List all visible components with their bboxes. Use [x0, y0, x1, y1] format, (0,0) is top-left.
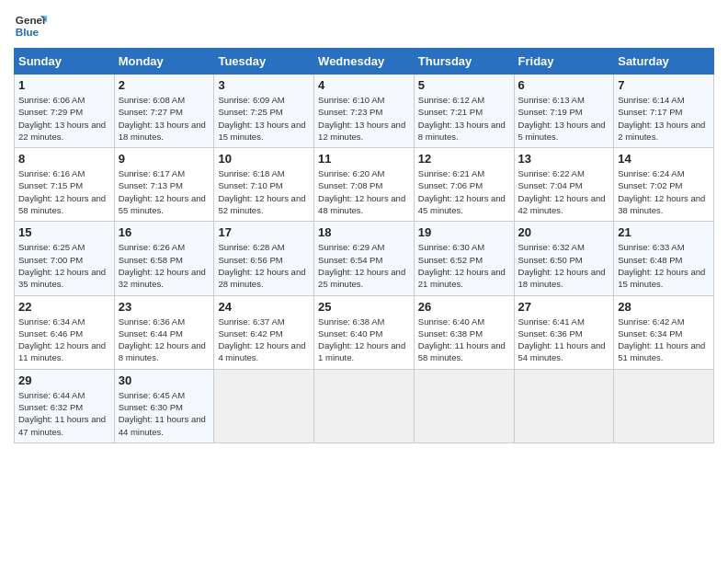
- calendar-table: SundayMondayTuesdayWednesdayThursdayFrid…: [14, 48, 714, 443]
- day-number: 17: [218, 225, 310, 239]
- calendar-cell: 27 Sunrise: 6:41 AMSunset: 6:36 PMDaylig…: [514, 295, 614, 369]
- day-number: 25: [318, 300, 410, 314]
- day-info: Sunrise: 6:14 AMSunset: 7:17 PMDaylight:…: [618, 94, 710, 143]
- logo-icon: General Blue: [14, 9, 47, 42]
- calendar-cell: 23 Sunrise: 6:36 AMSunset: 6:44 PMDaylig…: [114, 295, 214, 369]
- day-info: Sunrise: 6:38 AMSunset: 6:40 PMDaylight:…: [318, 316, 410, 364]
- logo: General Blue: [14, 9, 47, 42]
- day-number: 27: [518, 300, 610, 314]
- calendar-cell: 15 Sunrise: 6:25 AMSunset: 7:00 PMDaylig…: [15, 222, 115, 295]
- calendar-cell: 2 Sunrise: 6:08 AMSunset: 7:27 PMDayligh…: [114, 75, 214, 148]
- day-info: Sunrise: 6:37 AMSunset: 6:42 PMDaylight:…: [218, 316, 310, 364]
- day-info: Sunrise: 6:20 AMSunset: 7:08 PMDaylight:…: [318, 167, 410, 216]
- calendar-header-monday: Monday: [114, 49, 214, 75]
- day-info: Sunrise: 6:06 AMSunset: 7:29 PMDaylight:…: [18, 94, 110, 143]
- calendar-cell: 19 Sunrise: 6:30 AMSunset: 6:52 PMDaylig…: [414, 222, 514, 295]
- calendar-cell: 11 Sunrise: 6:20 AMSunset: 7:08 PMDaylig…: [314, 148, 415, 222]
- calendar-week-4: 22 Sunrise: 6:34 AMSunset: 6:46 PMDaylig…: [15, 295, 714, 369]
- day-number: 22: [18, 300, 110, 314]
- day-info: Sunrise: 6:42 AMSunset: 6:34 PMDaylight:…: [618, 316, 710, 364]
- day-number: 7: [618, 78, 710, 92]
- calendar-cell: 8 Sunrise: 6:16 AMSunset: 7:15 PMDayligh…: [15, 148, 115, 222]
- day-info: Sunrise: 6:26 AMSunset: 6:58 PMDaylight:…: [119, 241, 210, 290]
- page-header: General Blue: [14, 9, 714, 42]
- day-info: Sunrise: 6:34 AMSunset: 6:46 PMDaylight:…: [18, 316, 110, 364]
- calendar-cell: 30 Sunrise: 6:45 AMSunset: 6:30 PMDaylig…: [114, 369, 214, 442]
- calendar-header-thursday: Thursday: [414, 49, 514, 75]
- day-info: Sunrise: 6:36 AMSunset: 6:44 PMDaylight:…: [119, 316, 210, 364]
- day-info: Sunrise: 6:21 AMSunset: 7:06 PMDaylight:…: [418, 167, 510, 216]
- calendar-week-1: 1 Sunrise: 6:06 AMSunset: 7:29 PMDayligh…: [15, 75, 714, 148]
- day-info: Sunrise: 6:44 AMSunset: 6:32 PMDaylight:…: [18, 389, 110, 438]
- calendar-cell: [614, 369, 714, 442]
- calendar-cell: 17 Sunrise: 6:28 AMSunset: 6:56 PMDaylig…: [214, 222, 314, 295]
- calendar-cell: 21 Sunrise: 6:33 AMSunset: 6:48 PMDaylig…: [614, 222, 714, 295]
- day-number: 23: [119, 300, 210, 314]
- calendar-cell: 28 Sunrise: 6:42 AMSunset: 6:34 PMDaylig…: [614, 295, 714, 369]
- calendar-header-wednesday: Wednesday: [314, 49, 415, 75]
- day-info: Sunrise: 6:33 AMSunset: 6:48 PMDaylight:…: [618, 241, 710, 290]
- calendar-week-3: 15 Sunrise: 6:25 AMSunset: 7:00 PMDaylig…: [15, 222, 714, 295]
- day-number: 6: [518, 78, 610, 92]
- day-info: Sunrise: 6:17 AMSunset: 7:13 PMDaylight:…: [119, 167, 210, 216]
- calendar-cell: 18 Sunrise: 6:29 AMSunset: 6:54 PMDaylig…: [314, 222, 415, 295]
- calendar-cell: 7 Sunrise: 6:14 AMSunset: 7:17 PMDayligh…: [614, 75, 714, 148]
- day-info: Sunrise: 6:13 AMSunset: 7:19 PMDaylight:…: [518, 94, 610, 143]
- calendar-header-sunday: Sunday: [15, 49, 115, 75]
- calendar-cell: 20 Sunrise: 6:32 AMSunset: 6:50 PMDaylig…: [514, 222, 614, 295]
- calendar-cell: 13 Sunrise: 6:22 AMSunset: 7:04 PMDaylig…: [514, 148, 614, 222]
- calendar-cell: 10 Sunrise: 6:18 AMSunset: 7:10 PMDaylig…: [214, 148, 314, 222]
- day-number: 30: [119, 373, 210, 387]
- day-number: 3: [218, 78, 310, 92]
- day-info: Sunrise: 6:18 AMSunset: 7:10 PMDaylight:…: [218, 167, 310, 216]
- day-info: Sunrise: 6:25 AMSunset: 7:00 PMDaylight:…: [18, 241, 110, 290]
- calendar-header-row: SundayMondayTuesdayWednesdayThursdayFrid…: [15, 49, 714, 75]
- calendar-header-saturday: Saturday: [614, 49, 714, 75]
- day-number: 21: [618, 225, 710, 239]
- day-number: 20: [518, 225, 610, 239]
- day-number: 1: [18, 78, 110, 92]
- day-number: 5: [418, 78, 510, 92]
- day-info: Sunrise: 6:16 AMSunset: 7:15 PMDaylight:…: [18, 167, 110, 216]
- day-info: Sunrise: 6:40 AMSunset: 6:38 PMDaylight:…: [418, 316, 510, 364]
- calendar-body: 1 Sunrise: 6:06 AMSunset: 7:29 PMDayligh…: [15, 75, 714, 443]
- day-number: 18: [318, 225, 410, 239]
- calendar-cell: 5 Sunrise: 6:12 AMSunset: 7:21 PMDayligh…: [414, 75, 514, 148]
- day-info: Sunrise: 6:24 AMSunset: 7:02 PMDaylight:…: [618, 167, 710, 216]
- day-info: Sunrise: 6:08 AMSunset: 7:27 PMDaylight:…: [119, 94, 210, 143]
- calendar-cell: 14 Sunrise: 6:24 AMSunset: 7:02 PMDaylig…: [614, 148, 714, 222]
- calendar-header-friday: Friday: [514, 49, 614, 75]
- calendar-cell: [414, 369, 514, 442]
- svg-text:Blue: Blue: [16, 26, 40, 38]
- day-number: 15: [18, 225, 110, 239]
- calendar-cell: 6 Sunrise: 6:13 AMSunset: 7:19 PMDayligh…: [514, 75, 614, 148]
- day-info: Sunrise: 6:22 AMSunset: 7:04 PMDaylight:…: [518, 167, 610, 216]
- day-number: 2: [119, 78, 210, 92]
- calendar-cell: [314, 369, 415, 442]
- calendar-cell: 1 Sunrise: 6:06 AMSunset: 7:29 PMDayligh…: [15, 75, 115, 148]
- day-number: 16: [119, 225, 210, 239]
- day-number: 26: [418, 300, 510, 314]
- calendar-cell: 24 Sunrise: 6:37 AMSunset: 6:42 PMDaylig…: [214, 295, 314, 369]
- day-number: 24: [218, 300, 310, 314]
- day-number: 12: [418, 152, 510, 166]
- day-number: 14: [618, 152, 710, 166]
- day-number: 10: [218, 152, 310, 166]
- calendar-week-5: 29 Sunrise: 6:44 AMSunset: 6:32 PMDaylig…: [15, 369, 714, 442]
- calendar-cell: 16 Sunrise: 6:26 AMSunset: 6:58 PMDaylig…: [114, 222, 214, 295]
- day-number: 13: [518, 152, 610, 166]
- calendar-cell: 25 Sunrise: 6:38 AMSunset: 6:40 PMDaylig…: [314, 295, 415, 369]
- day-number: 11: [318, 152, 410, 166]
- calendar-header-tuesday: Tuesday: [214, 49, 314, 75]
- calendar-cell: 29 Sunrise: 6:44 AMSunset: 6:32 PMDaylig…: [15, 369, 115, 442]
- day-number: 4: [318, 78, 410, 92]
- day-info: Sunrise: 6:10 AMSunset: 7:23 PMDaylight:…: [318, 94, 410, 143]
- day-info: Sunrise: 6:45 AMSunset: 6:30 PMDaylight:…: [119, 389, 210, 438]
- calendar-cell: 12 Sunrise: 6:21 AMSunset: 7:06 PMDaylig…: [414, 148, 514, 222]
- day-number: 9: [119, 152, 210, 166]
- day-info: Sunrise: 6:30 AMSunset: 6:52 PMDaylight:…: [418, 241, 510, 290]
- calendar-cell: [214, 369, 314, 442]
- calendar-cell: 22 Sunrise: 6:34 AMSunset: 6:46 PMDaylig…: [15, 295, 115, 369]
- calendar-week-2: 8 Sunrise: 6:16 AMSunset: 7:15 PMDayligh…: [15, 148, 714, 222]
- calendar-cell: 3 Sunrise: 6:09 AMSunset: 7:25 PMDayligh…: [214, 75, 314, 148]
